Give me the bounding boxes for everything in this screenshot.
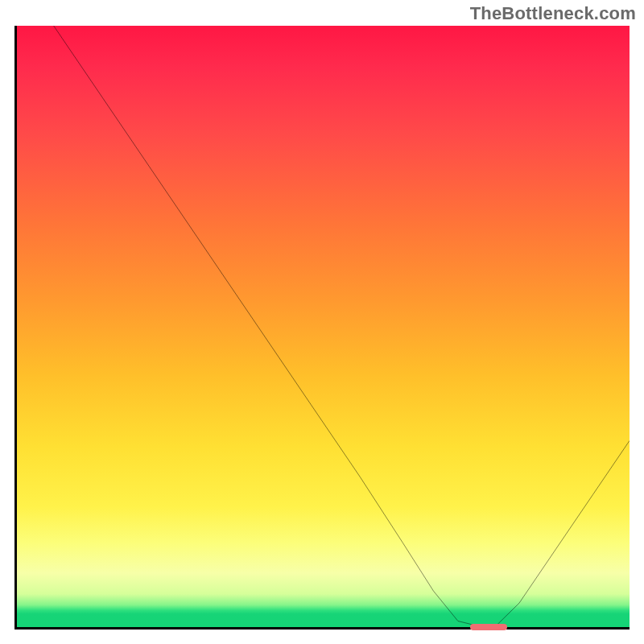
watermark-text: TheBottleneck.com (470, 3, 636, 24)
plot-gradient-bg (17, 26, 630, 627)
minimum-marker (470, 624, 507, 630)
plot-frame (14, 26, 630, 630)
chart-container: TheBottleneck.com (0, 0, 644, 644)
